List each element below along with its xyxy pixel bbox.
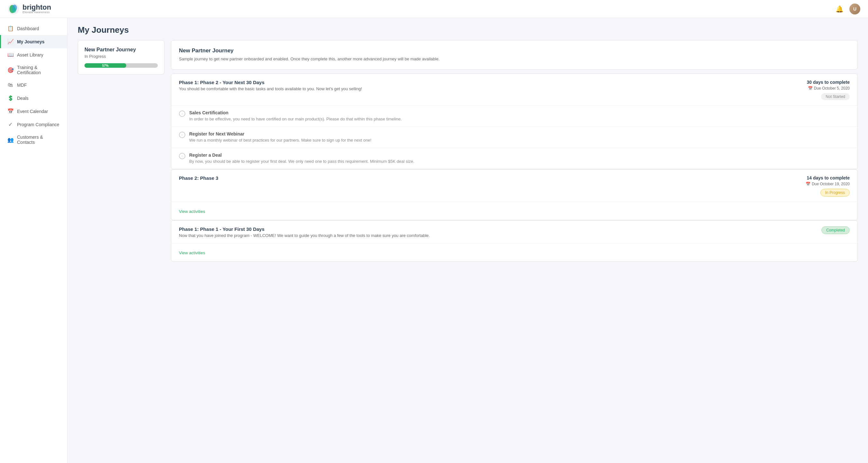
activity-content-phase1-2: Register a Deal By now, you should be ab… [189, 153, 414, 164]
sidebar-icon-asset-library: 📖 [7, 52, 13, 58]
activity-title-phase1-1: Register for Next Webinar [189, 131, 371, 136]
phase-body-phase3: View activities [171, 243, 858, 261]
activity-check-phase1-1: ○ [179, 132, 185, 138]
sidebar-item-my-journeys[interactable]: 📈 My Journeys [0, 35, 67, 48]
phase-card-phase1: Phase 1: Phase 2 - Your Next 30 Days You… [171, 73, 858, 169]
sidebar-icon-program-compliance: ✓ [7, 121, 13, 128]
sidebar-icon-training-certification: 🎯 [7, 67, 13, 73]
phase-meta-phase1: 30 days to complete 📅Due October 5, 2020… [807, 79, 850, 100]
sidebar-label-program-compliance: Program Compliance [17, 122, 59, 127]
sidebar-item-asset-library[interactable]: 📖 Asset Library [0, 48, 67, 61]
header-right: 🔔 U [836, 3, 860, 14]
phases-container: Phase 1: Phase 2 - Your Next 30 Days You… [171, 73, 858, 262]
phase-header-phase2: Phase 2: Phase 3 14 days to complete 📅Du… [171, 169, 858, 202]
phase-header-phase3: Phase 1: Phase 1 - Your First 30 Days No… [171, 221, 858, 243]
sidebar-item-customers-contacts[interactable]: 👥 Customers & Contacts [0, 131, 67, 148]
notification-bell-icon[interactable]: 🔔 [836, 5, 844, 13]
sidebar-label-dashboard: Dashboard [17, 26, 39, 31]
journey-header-card: New Partner Journey Sample journey to ge… [171, 40, 858, 70]
phase-due-phase1: 📅Due October 5, 2020 [807, 86, 850, 91]
sidebar-label-customers-contacts: Customers & Contacts [17, 135, 61, 145]
sidebar-label-deals: Deals [17, 96, 29, 101]
sidebar-label-mdf: MDF [17, 82, 27, 88]
phase-meta-phase3: Completed [822, 226, 850, 234]
progress-bar-fill: 57% [85, 63, 126, 68]
phase-status-badge-phase1: Not Started [821, 93, 850, 100]
content-area: My Journeys New Partner Journey In Progr… [67, 18, 868, 463]
logo-tagline: Elevate Awareness [23, 11, 51, 14]
activity-check-phase1-2: ○ [179, 153, 185, 159]
phase-status-badge-phase3: Completed [822, 226, 850, 234]
sidebar-label-event-calendar: Event Calendar [17, 109, 48, 114]
page-title: My Journeys [78, 25, 858, 35]
activity-title-phase1-2: Register a Deal [189, 153, 414, 158]
activity-desc-phase1-0: In order to be effective, you need to ha… [189, 116, 402, 122]
sidebar-icon-my-journeys: 📈 [7, 38, 13, 45]
phase-desc-phase1: You should be comfortable with the basic… [179, 87, 362, 91]
sidebar-icon-event-calendar: 📅 [7, 108, 13, 114]
phase-title-phase3: Phase 1: Phase 1 - Your First 30 Days [179, 226, 430, 232]
view-activities-link-phase2[interactable]: View activities [179, 209, 205, 214]
activity-content-phase1-0: Sales Certification In order to be effec… [189, 110, 402, 122]
sidebar-item-program-compliance[interactable]: ✓ Program Compliance [0, 118, 67, 131]
right-panel: New Partner Journey Sample journey to ge… [164, 40, 858, 453]
journey-card-title: New Partner Journey [85, 47, 158, 53]
phase-desc-phase3: Now that you have joined the program - W… [179, 233, 430, 238]
activity-item-phase1-2: ○ Register a Deal By now, you should be … [171, 148, 858, 169]
activity-desc-phase1-1: We run a monthly webinar of best practic… [189, 137, 371, 143]
phase-card-phase2: Phase 2: Phase 3 14 days to complete 📅Du… [171, 169, 858, 220]
activity-item-phase1-1: ○ Register for Next Webinar We run a mon… [171, 127, 858, 148]
phase-title-phase1: Phase 1: Phase 2 - Your Next 30 Days [179, 79, 362, 85]
phase-title-phase2: Phase 2: Phase 3 [179, 175, 218, 181]
phase-title-area-phase2: Phase 2: Phase 3 [179, 175, 218, 182]
sidebar: 📋 Dashboard 📈 My Journeys 📖 Asset Librar… [0, 18, 67, 463]
view-activities-link-phase3[interactable]: View activities [179, 251, 205, 255]
sidebar-icon-customers-contacts: 👥 [7, 137, 13, 143]
sidebar-item-event-calendar[interactable]: 📅 Event Calendar [0, 105, 67, 118]
main-layout: 📋 Dashboard 📈 My Journeys 📖 Asset Librar… [0, 18, 868, 463]
sidebar-icon-dashboard: 📋 [7, 25, 13, 31]
top-header: brighton Elevate Awareness 🔔 U [0, 0, 868, 18]
phase-title-area-phase3: Phase 1: Phase 1 - Your First 30 Days No… [179, 226, 430, 238]
logo-text-block: brighton Elevate Awareness [23, 4, 51, 14]
sidebar-label-training-certification: Training & Certification [17, 65, 61, 75]
journey-header-desc: Sample journey to get new partner onboar… [179, 56, 850, 62]
logo-name: brighton [23, 4, 51, 11]
page-header: My Journeys [67, 18, 868, 40]
activity-content-phase1-1: Register for Next Webinar We run a month… [189, 131, 371, 143]
phase-days-phase2: 14 days to complete [806, 175, 850, 180]
calendar-icon-phase2: 📅 [806, 182, 810, 186]
logo-area: brighton Elevate Awareness [8, 3, 51, 15]
phase-card-phase3: Phase 1: Phase 1 - Your First 30 Days No… [171, 220, 858, 262]
journey-header-title: New Partner Journey [179, 47, 850, 54]
progress-bar-label: 57% [102, 64, 108, 67]
journey-card: New Partner Journey In Progress 57% [78, 40, 164, 74]
activity-check-phase1-0: ○ [179, 110, 185, 117]
sidebar-label-my-journeys: My Journeys [17, 39, 45, 44]
sidebar-item-training-certification[interactable]: 🎯 Training & Certification [0, 61, 67, 79]
sidebar-icon-deals: 💲 [7, 95, 13, 101]
progress-bar-container: 57% [85, 63, 158, 68]
journey-card-status: In Progress [85, 54, 158, 59]
sidebar-item-deals[interactable]: 💲 Deals [0, 92, 67, 105]
phase-header-phase1: Phase 1: Phase 2 - Your Next 30 Days You… [171, 74, 858, 106]
calendar-icon-phase1: 📅 [808, 86, 813, 91]
user-avatar[interactable]: U [849, 3, 860, 14]
svg-point-3 [12, 7, 17, 12]
activity-item-phase1-0: ○ Sales Certification In order to be eff… [171, 106, 858, 127]
sidebar-label-asset-library: Asset Library [17, 52, 43, 58]
phase-title-area-phase1: Phase 1: Phase 2 - Your Next 30 Days You… [179, 79, 362, 91]
phase-body-phase2: View activities [171, 202, 858, 220]
logo-icon [8, 3, 19, 15]
left-panel: New Partner Journey In Progress 57% [78, 40, 164, 453]
sidebar-item-mdf[interactable]: 🛍 MDF [0, 79, 67, 92]
phase-status-badge-phase2: In Progress [820, 189, 850, 197]
sidebar-item-dashboard[interactable]: 📋 Dashboard [0, 22, 67, 35]
phase-due-phase2: 📅Due October 19, 2020 [806, 182, 850, 186]
phase-meta-phase2: 14 days to complete 📅Due October 19, 202… [806, 175, 850, 197]
sidebar-icon-mdf: 🛍 [7, 82, 13, 88]
activity-title-phase1-0: Sales Certification [189, 110, 402, 115]
avatar-initials: U [853, 6, 857, 11]
phase-days-phase1: 30 days to complete [807, 79, 850, 85]
journey-layout: New Partner Journey In Progress 57% New … [67, 40, 868, 463]
